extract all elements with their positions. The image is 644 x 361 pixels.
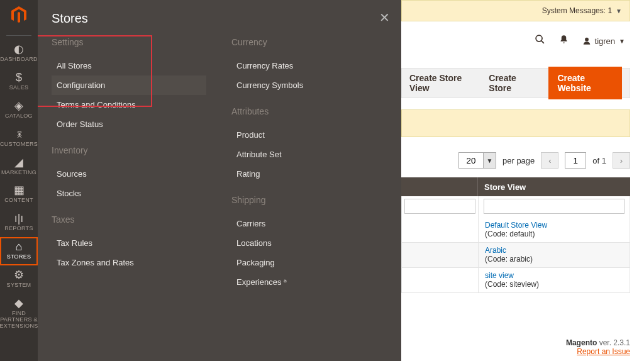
svg-line-1 <box>541 41 543 43</box>
grid-pager: ▼ per page ‹ of 1 › <box>401 148 630 172</box>
nav-label: DASHBOARD <box>0 57 38 63</box>
per-page-dropdown[interactable]: ▼ <box>484 152 496 169</box>
link-tax-rules[interactable]: Tax Rules <box>52 233 206 253</box>
link-tax-zones[interactable]: Tax Zones and Rates <box>52 253 206 272</box>
report-issue-link[interactable]: Report an Issue <box>577 347 630 356</box>
create-website-button[interactable]: Create Website <box>548 67 622 99</box>
grid-header: Store View <box>401 177 630 196</box>
user-menu[interactable]: tigren ▼ <box>582 36 625 46</box>
nav-marketing[interactable]: ◢ MARKETING <box>0 153 38 181</box>
nav-label: CONTENT <box>4 197 33 204</box>
page-of-label: of 1 <box>592 156 606 165</box>
flyout-col-2: Currency Currency Rates Currency Symbols… <box>231 37 386 292</box>
flyout-title: Stores <box>52 11 386 26</box>
grid-filter-row <box>401 196 630 218</box>
create-store-button[interactable]: Create Store <box>489 73 535 93</box>
partners-icon: ◆ <box>14 297 23 309</box>
top-toolbar: tigren ▼ <box>401 21 630 60</box>
link-terms-conditions[interactable]: Terms and Conditions <box>52 95 206 114</box>
notice-banner <box>401 109 630 137</box>
link-rating[interactable]: Rating <box>231 164 386 184</box>
store-view-code: (Code: siteview) <box>485 280 539 289</box>
nav-catalog[interactable]: ◈ CATALOG <box>0 96 38 125</box>
system-messages-text: System Messages: 1 <box>542 6 612 15</box>
filter-store-view[interactable] <box>484 199 625 214</box>
svg-point-2 <box>585 38 589 42</box>
admin-sidebar: ◐ DASHBOARD $ SALES ◈ CATALOG 🯅 CUSTOMER… <box>0 0 38 361</box>
col-store-view[interactable]: Store View <box>478 177 630 196</box>
person-icon: 🯅 <box>16 128 22 140</box>
filter-input-1[interactable] <box>404 199 475 214</box>
store-view-link[interactable]: Arabic <box>485 246 506 255</box>
nav-label: CATALOG <box>5 113 33 119</box>
tag-icon: ◈ <box>14 100 23 111</box>
link-locations[interactable]: Locations <box>231 233 386 253</box>
link-currency-rates[interactable]: Currency Rates <box>231 56 386 75</box>
footer-brand: Magento <box>566 338 597 347</box>
link-configuration[interactable]: Configuration <box>52 75 206 95</box>
group-shipping: Shipping <box>231 195 386 205</box>
create-store-view-button[interactable]: Create Store View <box>409 73 475 93</box>
chart-icon: ı|ı <box>14 213 24 224</box>
nav-customers[interactable]: 🯅 CUSTOMERS <box>0 125 38 153</box>
link-currency-symbols[interactable]: Currency Symbols <box>231 75 386 95</box>
group-inventory: Inventory <box>52 145 206 155</box>
link-experiences[interactable]: Experiences ᵃ <box>231 272 386 292</box>
magento-logo-icon <box>10 6 28 24</box>
link-order-status[interactable]: Order Status <box>52 114 206 134</box>
grid-row: Default Store View (Code: default) <box>401 218 630 243</box>
group-settings: Settings <box>52 37 206 47</box>
nav-label: SALES <box>9 85 29 91</box>
chevron-down-icon: ▼ <box>619 38 625 45</box>
per-page-label: per page <box>502 156 535 165</box>
close-icon[interactable]: ✕ <box>379 10 390 25</box>
user-icon <box>582 36 591 45</box>
gauge-icon: ◐ <box>14 43 24 55</box>
store-view-code: (Code: default) <box>485 230 535 238</box>
group-currency: Currency <box>231 37 386 47</box>
bell-icon[interactable] <box>559 34 569 48</box>
user-name: tigren <box>595 36 616 46</box>
nav-label: MARKETING <box>1 170 36 176</box>
store-view-link[interactable]: site view <box>485 271 514 280</box>
nav-system[interactable]: ⚙ SYSTEM <box>0 265 38 294</box>
nav-label: SYSTEM <box>7 282 31 289</box>
nav-label: CUSTOMERS <box>0 142 38 148</box>
store-icon: ⌂ <box>16 241 23 252</box>
link-carriers[interactable]: Carriers <box>231 214 386 233</box>
chevron-down-icon: ▼ <box>616 8 622 14</box>
search-icon[interactable] <box>535 34 545 48</box>
store-view-code: (Code: arabic) <box>485 255 533 264</box>
link-attribute-set[interactable]: Attribute Set <box>231 145 386 164</box>
dollar-icon: $ <box>16 72 22 83</box>
magento-logo[interactable] <box>9 5 29 25</box>
page-input[interactable] <box>565 152 586 169</box>
footer-version: ver. 2.3.1 <box>597 338 630 347</box>
nav-stores[interactable]: ⌂ STORES <box>0 237 38 265</box>
per-page-input[interactable] <box>458 152 484 169</box>
link-stocks[interactable]: Stocks <box>52 184 206 203</box>
nav-sales[interactable]: $ SALES <box>0 68 38 96</box>
page-footer: Magento ver. 2.3.1 Report an Issue <box>566 338 630 356</box>
nav-dashboard[interactable]: ◐ DASHBOARD <box>0 40 38 68</box>
grid-row: Arabic (Code: arabic) <box>401 243 630 268</box>
next-page-button[interactable]: › <box>613 152 630 169</box>
nav-label: REPORTS <box>4 226 33 232</box>
link-all-stores[interactable]: All Stores <box>52 56 206 75</box>
group-taxes: Taxes <box>52 214 206 225</box>
gear-icon: ⚙ <box>14 269 24 280</box>
megaphone-icon: ◢ <box>14 157 23 168</box>
svg-point-0 <box>536 35 542 42</box>
nav-reports[interactable]: ı|ı REPORTS <box>0 209 38 237</box>
nav-content[interactable]: ▦ CONTENT <box>0 181 38 209</box>
stores-flyout: Stores ✕ Settings All Stores Configurati… <box>38 0 401 361</box>
nav-label: STORES <box>7 254 31 260</box>
prev-page-button[interactable]: ‹ <box>541 152 558 169</box>
link-sources[interactable]: Sources <box>52 164 206 184</box>
layout-icon: ▦ <box>14 184 25 196</box>
link-product[interactable]: Product <box>231 125 386 145</box>
link-packaging[interactable]: Packaging <box>231 253 386 272</box>
nav-find-partners[interactable]: ◆ FIND PARTNERS & EXTENSIONS <box>0 294 38 335</box>
system-messages[interactable]: System Messages: 1 ▼ <box>401 0 630 21</box>
store-view-link[interactable]: Default Store View <box>485 221 547 230</box>
